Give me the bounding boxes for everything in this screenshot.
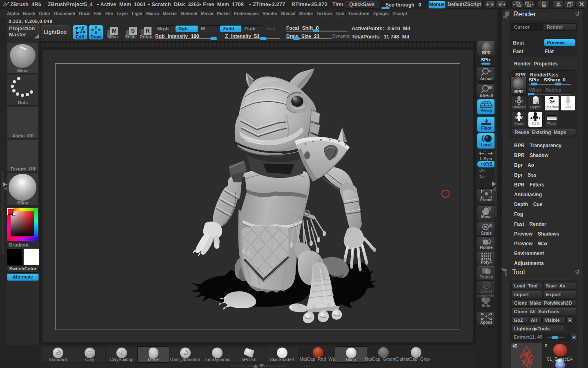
svg-text:↻: ↻	[481, 137, 485, 141]
svg-text:x1: x1	[488, 69, 492, 73]
